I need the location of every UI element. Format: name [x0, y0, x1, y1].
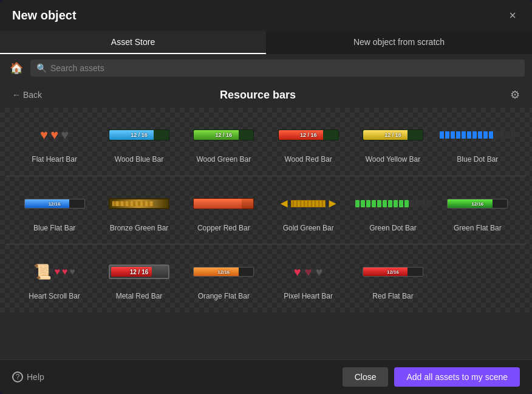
list-item[interactable]: Bronze Green Bar	[97, 181, 181, 240]
list-item[interactable]: 12/16 Green Flat Bar	[435, 181, 520, 240]
asset-label: Heart Scroll Bar	[29, 292, 80, 302]
list-item[interactable]: 12 / 16 Wood Blue Bar	[97, 112, 181, 171]
add-all-button[interactable]: Add all assets to my scene	[394, 367, 520, 387]
search-input[interactable]	[50, 63, 519, 73]
asset-preview-wood-blue-bar: 12 / 16	[106, 120, 172, 150]
search-box: 🔍	[30, 60, 525, 77]
asset-preview-wood-green-bar: 12 / 16	[190, 120, 257, 150]
asset-preview-pixel-heart-bar: ♥ ♥ ♥	[275, 257, 342, 287]
asset-label: Flat Heart Bar	[32, 155, 77, 165]
assets-row-1: ♥ ♥ ♥ Flat Heart Bar 12 / 16 Woo	[0, 108, 532, 176]
asset-label: Wood Green Bar	[196, 155, 251, 165]
heart-full-icon: ♥	[40, 127, 48, 143]
filter-button[interactable]: ⚙	[510, 88, 520, 102]
asset-preview-red-flat-bar: 12/16	[360, 257, 426, 287]
list-item[interactable]: Blue Dot Bar	[435, 112, 520, 171]
heart-empty-icon: ♥	[61, 127, 69, 143]
footer: ? Help Close Add all assets to my scene	[0, 359, 532, 394]
asset-preview-flat-heart-bar: ♥ ♥ ♥	[21, 120, 88, 150]
asset-preview-blue-dot-bar	[444, 120, 511, 150]
search-icon: 🔍	[36, 63, 47, 73]
back-button[interactable]: ← Back	[12, 90, 42, 100]
asset-label: Orange Flat Bar	[198, 292, 250, 302]
tabs-container: Asset Store New object from scratch	[0, 31, 532, 54]
heart-full-icon: ♥	[50, 127, 58, 143]
list-item[interactable]: 📜 ♥ ♥ ♥ Heart Scroll Bar	[12, 249, 97, 308]
section-title: Resource bars	[47, 89, 469, 102]
asset-preview-green-dot-bar	[360, 188, 426, 219]
asset-preview-orange-flat-bar: 12/16	[190, 257, 257, 287]
list-item[interactable]: 12/16 Blue Flat Bar	[12, 181, 97, 240]
assets-grid-row: 12/16 Blue Flat Bar Bronze Green Bar	[12, 181, 520, 240]
list-item[interactable]: 12/16 Orange Flat Bar	[182, 249, 266, 308]
asset-preview-gold-green-bar: ◄ ►	[275, 188, 342, 219]
modal-header: New object ×	[0, 0, 532, 31]
asset-preview-wood-yellow-bar: 12 / 16	[360, 120, 426, 150]
toolbar: 🏠 🔍	[0, 54, 532, 82]
asset-label: Metal Red Bar	[116, 292, 163, 302]
asset-label: Blue Dot Bar	[457, 155, 498, 165]
asset-label: Red Flat Bar	[372, 292, 413, 302]
asset-label: Green Flat Bar	[454, 224, 502, 233]
assets-grid-row: ♥ ♥ ♥ Flat Heart Bar 12 / 16 Woo	[12, 112, 520, 171]
modal: New object × Asset Store New object from…	[0, 0, 532, 394]
asset-preview-bronze-green-bar	[106, 188, 172, 219]
asset-label: Copper Red Bar	[197, 224, 250, 233]
assets-row-2: 12/16 Blue Flat Bar Bronze Green Bar	[0, 176, 532, 244]
list-item[interactable]: ♥ ♥ ♥ Flat Heart Bar	[12, 112, 97, 171]
assets-row-3: 📜 ♥ ♥ ♥ Heart Scroll Bar	[0, 244, 532, 313]
list-item[interactable]: 12 / 16 Wood Yellow Bar	[350, 112, 435, 171]
list-item[interactable]: Green Dot Bar	[350, 181, 435, 240]
footer-actions: Close Add all assets to my scene	[343, 367, 520, 387]
asset-label: Gold Green Bar	[283, 224, 334, 233]
content-area: ♥ ♥ ♥ Flat Heart Bar 12 / 16 Woo	[0, 108, 532, 359]
asset-preview-green-flat-bar: 12/16	[444, 188, 511, 219]
modal-close-button[interactable]: ×	[505, 7, 520, 24]
asset-label: Wood Blue Bar	[115, 155, 164, 165]
asset-label: Green Dot Bar	[369, 224, 416, 233]
list-item[interactable]: 12/16 Red Flat Bar	[350, 249, 435, 308]
tab-asset-store[interactable]: Asset Store	[0, 31, 266, 54]
home-button[interactable]: 🏠	[7, 59, 26, 77]
asset-preview-wood-red-bar: 12 / 16	[275, 120, 342, 150]
help-icon: ?	[12, 372, 23, 382]
list-item[interactable]: ♥ ♥ ♥ Pixel Heart Bar	[266, 249, 350, 308]
modal-title: New object	[12, 9, 77, 22]
asset-label: Wood Red Bar	[284, 155, 332, 165]
help-button[interactable]: ? Help	[12, 372, 44, 382]
list-item[interactable]: 12 / 16 Metal Red Bar	[97, 249, 181, 308]
list-item[interactable]: Copper Red Bar	[182, 181, 266, 240]
list-item[interactable]: ◄ ► Gold Green Bar	[266, 181, 350, 240]
asset-preview-copper-red-bar	[190, 188, 257, 219]
asset-label: Blue Flat Bar	[33, 224, 75, 233]
list-item[interactable]: 12 / 16 Wood Green Bar	[182, 112, 266, 171]
assets-grid-row: 📜 ♥ ♥ ♥ Heart Scroll Bar	[12, 249, 520, 308]
breadcrumb: ← Back Resource bars ⚙	[0, 82, 532, 108]
asset-preview-metal-red-bar: 12 / 16	[106, 257, 172, 287]
asset-label: Pixel Heart Bar	[284, 292, 333, 302]
close-button[interactable]: Close	[343, 367, 389, 387]
asset-preview-blue-flat-bar: 12/16	[21, 188, 88, 219]
asset-label: Bronze Green Bar	[110, 224, 169, 233]
list-item[interactable]: 12 / 16 Wood Red Bar	[266, 112, 350, 171]
back-arrow-icon: ←	[12, 90, 21, 100]
asset-label: Wood Yellow Bar	[366, 155, 421, 165]
asset-preview-heart-scroll-bar: 📜 ♥ ♥ ♥	[21, 257, 88, 287]
tab-new-from-scratch[interactable]: New object from scratch	[266, 31, 532, 54]
